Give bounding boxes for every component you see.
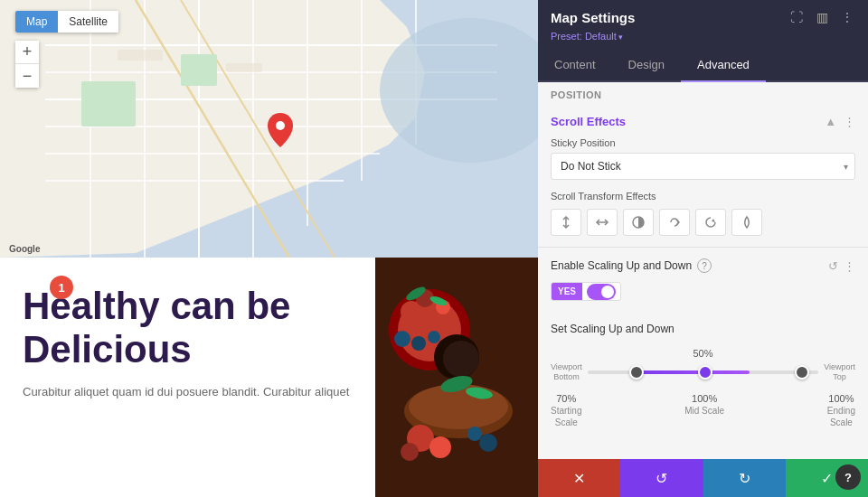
panel-title: Map Settings [551,10,635,25]
tab-advanced[interactable]: Advanced [681,49,766,82]
spin-icon [703,215,718,230]
enable-scaling-label: Enable Scaling Up and Down [551,259,692,272]
svg-rect-19 [181,54,217,86]
panel-body: POSITION Scroll Effects ▲ ⋮ Sticky Posit… [538,82,868,459]
fullscreen-icon[interactable]: ⛶ [788,9,805,25]
fade-icon-btn[interactable] [623,209,654,236]
svg-point-33 [394,331,410,347]
slider-thumb-right[interactable] [795,365,809,380]
mid-scale-pct: 100% [692,393,717,404]
svg-point-42 [401,443,419,461]
scroll-effects-section: Scroll Effects ▲ ⋮ Sticky Position Do No… [538,104,868,248]
enable-scaling-section: Enable Scaling Up and Down ? ↺ ⋮ YES [538,248,868,312]
enable-actions: ↺ ⋮ [828,259,855,273]
starting-scale-label: Starting [551,406,581,416]
svg-point-24 [276,121,285,130]
zoom-out-button[interactable]: − [15,64,39,88]
subtext: Curabitur aliquet quam id dui posuere bl… [23,383,353,401]
map-zoom-controls: + − [15,41,39,88]
svg-point-41 [429,436,451,458]
starting-scale-pct: 70% [556,393,576,404]
blur-icon [740,215,754,230]
google-logo: Google [9,244,40,254]
tab-content[interactable]: Content [538,49,612,82]
spin-icon-btn[interactable] [695,209,726,236]
slider-row: ViewportBottom ViewportTop [551,362,855,382]
sticky-position-label: Sticky Position [551,137,855,148]
scroll-effects-header: Scroll Effects ▲ ⋮ [551,115,855,128]
panel-title-row: Map Settings ⛶ ▥ ⋮ [551,9,855,25]
svg-rect-18 [81,81,136,127]
scaling-title: Set Scaling Up and Down [551,323,855,335]
slider-labels-top: 50% [551,348,855,359]
panel-preset[interactable]: Preset: Default [551,31,855,42]
rotate-icon-btn[interactable] [659,209,690,236]
scale-values: 70% Starting Scale 100% Mid Scale 100% E… [551,393,855,427]
slider-area: 50% ViewportBottom [551,348,855,382]
map-type-satellite[interactable]: Satellite [58,11,118,33]
starting-scale-label2: Scale [555,417,578,427]
map-type-map[interactable]: Map [15,11,58,33]
badge-circle: 1 [50,276,73,299]
vertical-motion-icon [559,215,573,230]
scroll-transform-label: Scroll Transform Effects [551,191,855,202]
ending-scale-label2: Scale [830,417,853,427]
toggle-wrapper[interactable]: YES [551,282,621,301]
food-svg [375,258,542,497]
panel-title-icons: ⛶ ▥ ⋮ [788,9,855,25]
map-type-bar[interactable]: Map Satellite [15,11,118,33]
slider-track-wrapper[interactable] [588,363,818,381]
more-icon[interactable]: ⋮ [839,9,855,25]
chevron-up-icon[interactable]: ▲ [825,115,836,128]
panel-header: Map Settings ⛶ ▥ ⋮ Preset: Default [538,0,868,49]
rotate-icon [667,215,682,230]
food-image [375,258,542,497]
mid-scale-label: Mid Scale [684,406,724,416]
tab-bar: Content Design Advanced [538,49,868,82]
help-fab[interactable]: ? [835,464,861,490]
toggle-track[interactable] [587,284,616,300]
slider-fill [634,370,750,374]
viewport-bottom-label: ViewportBottom [551,362,582,382]
viewport-top-label: ViewportTop [824,362,855,382]
cancel-button[interactable]: ✕ [538,459,620,497]
svg-point-34 [411,336,426,351]
redo-button[interactable]: ↻ [703,459,786,497]
transform-icons [551,209,855,236]
vertical-motion-icon-btn[interactable] [551,209,581,236]
svg-rect-22 [226,63,262,72]
slider-track [588,370,818,374]
slider-thumb-left[interactable] [629,365,644,380]
svg-rect-21 [118,50,163,61]
help-icon[interactable]: ? [697,258,712,273]
starting-scale-col: 70% Starting Scale [551,393,581,427]
undo-button[interactable]: ↺ [620,459,703,497]
reset-icon[interactable]: ↺ [828,259,838,273]
map-svg [0,0,542,258]
svg-point-35 [428,331,440,343]
scroll-effects-title: Scroll Effects [551,115,626,128]
toggle-thumb [601,286,614,298]
tab-design[interactable]: Design [612,49,681,82]
section-actions: ▲ ⋮ [825,115,855,128]
sticky-position-wrapper: Do Not Stick Stick to Top Stick to Botto… [551,153,855,180]
content-area: Healthy can be Delicious Curabitur aliqu… [0,258,542,497]
ending-scale-pct: 100% [828,393,854,404]
mid-scale-col: 100% Mid Scale [684,393,724,427]
position-section: POSITION [538,82,868,104]
horizontal-motion-icon-btn[interactable] [587,209,618,236]
slider-thumb-mid[interactable] [698,365,712,380]
sticky-position-select[interactable]: Do Not Stick Stick to Top Stick to Botto… [551,153,855,180]
toggle-yes-label: YES [552,283,582,300]
layout-icon[interactable]: ▥ [814,9,830,25]
map-area: Map Satellite + − Google Healthy can be … [0,0,542,497]
enable-label-group: Enable Scaling Up and Down ? [551,258,712,273]
settings-panel: Map Settings ⛶ ▥ ⋮ Preset: Default Conte… [538,0,868,497]
zoom-in-button[interactable]: + [15,41,39,64]
svg-point-43 [467,427,482,441]
more-options-icon[interactable]: ⋮ [844,259,855,273]
horizontal-motion-icon [595,215,609,230]
section-more-icon[interactable]: ⋮ [844,115,855,128]
blur-icon-btn[interactable] [731,209,762,236]
svg-point-29 [443,341,479,377]
